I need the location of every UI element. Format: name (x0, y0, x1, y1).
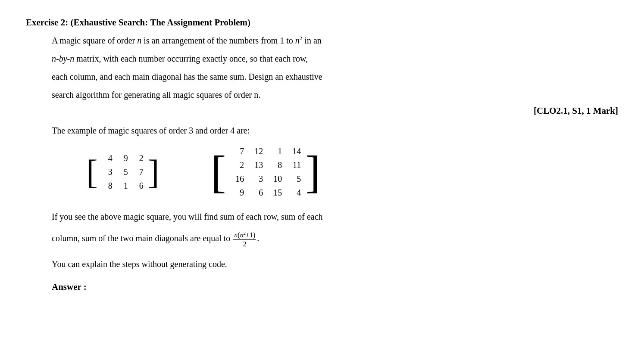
m4-r4-c2: 6 (247, 186, 266, 199)
sum-paragraph-2: column, sum of the two main diagonals ar… (52, 231, 618, 248)
matrices-row: [ 4 9 2 3 5 7 8 1 6 (52, 145, 618, 199)
matrix3-bracket-left: [ (86, 155, 98, 189)
m3-r2-c1: 3 (100, 165, 115, 178)
m4-r3-c4: 5 (284, 172, 303, 185)
para2-n2: n (70, 54, 74, 63)
m3-r3-c1: 8 (100, 179, 115, 192)
matrix3-bracket-right: ] (148, 155, 159, 189)
matrix4-bracket-right: ] (305, 149, 320, 195)
m4-r1-c2: 12 (247, 145, 266, 158)
m4-r4-c4: 4 (284, 186, 303, 199)
para1-end: in an (302, 36, 321, 45)
m3-r2-c3: 7 (131, 165, 146, 178)
example-intro: The example of magic squares of order 3 … (52, 123, 618, 138)
m4-r3-c1: 16 (228, 172, 247, 185)
matrix4-row-4: 9 6 15 4 (228, 186, 303, 199)
content-block: A magic square of order n is an arrangem… (26, 33, 618, 292)
m3-r3-c3: 6 (131, 179, 146, 192)
matrix4-row-2: 2 13 8 11 (228, 158, 303, 171)
paragraph-2: n-by-n matrix, with each number occurrin… (52, 51, 618, 66)
m3-r3-c2: 1 (115, 179, 131, 192)
m4-r1-c4: 14 (284, 145, 303, 158)
formula-denominator: 2 (242, 240, 247, 248)
matrix-3x3-container: [ 4 9 2 3 5 7 8 1 6 (86, 152, 159, 192)
answer-label: Answer : (52, 282, 618, 292)
m4-r2-c2: 13 (247, 158, 266, 171)
para1-n2: n (295, 36, 300, 45)
exercise-title: Exercise 2: (Exhaustive Search: The Assi… (26, 17, 618, 28)
m3-r2-c2: 5 (115, 165, 131, 178)
m3-r1-c2: 9 (115, 152, 131, 165)
matrix4-row-1: 7 12 1 14 (228, 145, 303, 158)
m4-r2-c3: 8 (266, 158, 284, 171)
formula-numerator: n(n2+1) (233, 231, 256, 240)
paragraph-4: search algorithm for generating all magi… (52, 87, 618, 102)
para1-text2: is an arrangement of the numbers from 1 … (141, 36, 295, 45)
para1-text1: A magic square of order (52, 36, 137, 45)
you-can-line: You can explain the steps without genera… (52, 257, 618, 271)
m4-r3-c3: 10 (266, 172, 284, 185)
m4-r3-c2: 3 (247, 172, 266, 185)
m4-r1-c3: 1 (266, 145, 284, 158)
sum-paragraph: If you see the above magic square, you w… (52, 209, 618, 224)
m3-r1-c1: 4 (100, 152, 115, 165)
matrix3-row-2: 3 5 7 (100, 165, 146, 178)
para2-rest: matrix, with each number occurring exact… (74, 54, 308, 63)
clo-mark: [CLO2.1, S1, 1 Mark] (52, 106, 618, 116)
sum-text-1: If you see the above magic square, you w… (52, 212, 323, 221)
matrix4-row-3: 16 3 10 5 (228, 172, 303, 185)
formula-dot: . (257, 233, 259, 243)
m4-r4-c1: 9 (228, 186, 247, 199)
m4-r2-c1: 2 (228, 158, 247, 171)
matrix-4x4: 7 12 1 14 2 13 8 11 16 3 10 (228, 145, 303, 199)
m3-r1-c3: 2 (131, 152, 146, 165)
matrix-4x4-container: [ 7 12 1 14 2 13 8 11 16 (211, 145, 320, 199)
formula-fraction: n(n2+1) 2 (233, 231, 256, 248)
m4-r1-c1: 7 (228, 145, 247, 158)
sum-text-2: column, sum of the two main diagonals ar… (52, 233, 230, 243)
matrix3-row-1: 4 9 2 (100, 152, 146, 165)
para1-n: n (137, 36, 141, 45)
matrix3-row-3: 8 1 6 (100, 179, 146, 192)
paragraph-1: A magic square of order n is an arrangem… (52, 33, 618, 48)
para2-n: n (52, 54, 56, 63)
matrix-3x3: 4 9 2 3 5 7 8 1 6 (100, 152, 146, 192)
exercise-container: Exercise 2: (Exhaustive Search: The Assi… (26, 17, 618, 292)
matrix4-bracket-left: [ (211, 149, 226, 195)
m4-r4-c3: 15 (266, 186, 284, 199)
para2-by: -by- (56, 54, 70, 63)
paragraph-3: each column, and each main diagonal has … (52, 69, 618, 84)
m4-r2-c4: 11 (284, 158, 303, 171)
